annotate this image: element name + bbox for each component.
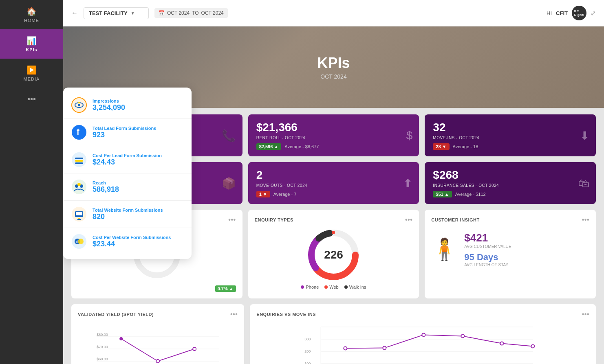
fc-lead-label: Total Lead Form Submissions xyxy=(93,126,156,131)
hi-label: HI xyxy=(547,10,552,16)
fc-website-text: Total Website Form Submissions 820 xyxy=(93,208,163,221)
fc-website-value: 820 xyxy=(93,213,163,221)
svg-point-32 xyxy=(500,342,504,345)
sidebar-item-more[interactable]: ••• xyxy=(0,88,63,110)
kpi-card-insurance: $268 INSURANCE SALES - OCT 2024 $51 ▲ Av… xyxy=(425,162,596,204)
fc-reach: Reach 586,918 xyxy=(63,173,192,201)
enquiries-vs-panel: ENQUIRIES VS MOVE INS ••• 300 200 100 0 xyxy=(250,304,596,364)
phone-dot xyxy=(301,285,304,289)
svg-point-56 xyxy=(72,180,86,194)
svg-text:$70.00: $70.00 xyxy=(97,345,108,349)
svg-text:200: 200 xyxy=(305,349,311,353)
coins-icon: $ xyxy=(71,233,88,250)
vacancy-change-badge: 0.7% ▲ xyxy=(215,285,236,292)
kpi-insurance-value: $268 xyxy=(433,169,588,182)
vacancy-dots[interactable]: ••• xyxy=(228,216,236,224)
dollar-icon: $ xyxy=(406,129,413,142)
customer-panel-header: CUSTOMER INSIGHT ••• xyxy=(431,216,589,224)
kpi-insurance-avg: Average - $112 xyxy=(455,192,486,197)
fc-reach-label: Reach xyxy=(93,180,119,185)
date-from: OCT 2024 xyxy=(167,10,190,16)
enquiry-value: 226 xyxy=(324,248,343,261)
customer-content: 🧍 $421 AVG CUSTOMER VALUE 95 Days AVG LE… xyxy=(431,228,589,270)
sidebar-item-kpis[interactable]: 📊 KPIs xyxy=(0,29,63,59)
kpis-icon: 📊 xyxy=(26,36,37,46)
enquiry-legend: Phone Web Walk Ins xyxy=(255,285,413,289)
svg-rect-62 xyxy=(76,212,82,215)
enquiries-vs-header: ENQUIRIES VS MOVE INS ••• xyxy=(256,311,589,318)
fc-cost-lead-text: Cost Per Lead Form Submission $24.43 xyxy=(93,153,162,167)
enquiry-panel-header: ENQUIRY TYPES ••• xyxy=(255,216,413,224)
date-range-badge[interactable]: 📅 OCT 2024 TO OCT 2024 xyxy=(154,8,228,18)
kpi-rentroll-badge: $2,596 ▲ xyxy=(256,143,282,150)
people-icon xyxy=(71,178,88,195)
svg-point-48 xyxy=(78,104,80,106)
svg-point-13 xyxy=(119,337,123,340)
topbar-nav: ← xyxy=(71,9,78,17)
lower-panels: VALIDATED YIELD (SPOT YIELD) ••• $80.00 … xyxy=(71,304,596,364)
fc-reach-text: Reach 586,918 xyxy=(93,180,119,194)
web-icon xyxy=(71,206,88,223)
phone-label: Phone xyxy=(306,285,319,289)
kpi-rentroll-avg: Average - $8,677 xyxy=(284,144,319,149)
legend-walkins: Walk Ins xyxy=(344,285,366,289)
sidebar-item-media[interactable]: ▶️ MEDIA xyxy=(0,59,63,88)
calendar-icon: 📅 xyxy=(159,10,165,16)
avatar-text: RRDigital xyxy=(574,9,584,17)
sidebar: 🏠 HOME 📊 KPIs ▶️ MEDIA ••• xyxy=(0,0,63,364)
svg-text:$60.00: $60.00 xyxy=(97,357,108,361)
enquiries-vs-chart: 300 200 100 0 xyxy=(256,323,589,364)
facility-selector[interactable]: TEST FACILITY ▼ xyxy=(84,7,149,19)
svg-point-29 xyxy=(383,346,386,350)
fc-impressions-label: Impressions xyxy=(93,99,125,103)
yield-dots[interactable]: ••• xyxy=(230,311,238,318)
home-icon: 🏠 xyxy=(26,7,37,16)
more-icon: ••• xyxy=(27,94,36,104)
enquiries-line-chart: 300 200 100 0 xyxy=(256,323,589,364)
enquiries-vs-dots[interactable]: ••• xyxy=(582,311,589,318)
back-arrow[interactable]: ← xyxy=(71,9,78,17)
kpi-moveins-badge: 28 ▼ xyxy=(433,143,449,150)
svg-text:100: 100 xyxy=(305,362,311,364)
customer-values: $421 AVG CUSTOMER VALUE 95 Days AVG LENG… xyxy=(464,232,511,267)
enquiry-dots[interactable]: ••• xyxy=(405,216,412,224)
avg-days-label: AVG LENGTH OF STAY xyxy=(464,263,511,267)
date-to: OCT 2024 xyxy=(201,10,224,16)
chevron-down-icon: ▼ xyxy=(131,11,135,15)
fc-cost-lead-value: $24.43 xyxy=(93,158,162,167)
kpi-insurance-badge: $51 ▲ xyxy=(433,191,452,197)
avatar[interactable]: RRDigital xyxy=(572,6,586,20)
kpi-moveins-avg: Average - 18 xyxy=(453,144,478,149)
svg-point-52 xyxy=(72,152,86,167)
facility-name: TEST FACILITY xyxy=(89,10,128,16)
media-icon: ▶️ xyxy=(26,65,37,75)
fc-impressions-value: 3,254,090 xyxy=(93,103,125,112)
legend-phone: Phone xyxy=(301,285,319,289)
enquiry-panel: ENQUIRY TYPES ••• 226 xyxy=(248,210,419,298)
yield-panel: VALIDATED YIELD (SPOT YIELD) ••• $80.00 … xyxy=(71,304,244,364)
fc-website-label: Total Website Form Submissions xyxy=(93,208,163,213)
expand-icon[interactable]: ⤢ xyxy=(591,9,596,17)
yield-title: VALIDATED YIELD (SPOT YIELD) xyxy=(78,312,154,317)
customer-title: CUSTOMER INSIGHT xyxy=(431,217,479,222)
customer-panel: CUSTOMER INSIGHT ••• 🧍 $421 AVG CUSTOMER… xyxy=(425,210,596,298)
kpi-rentroll-label: RENT ROLL - OCT 2024 xyxy=(256,136,411,140)
customer-dots[interactable]: ••• xyxy=(582,216,589,224)
bag-icon: 🛍 xyxy=(578,176,589,190)
enquiry-donut-wrap: 226 xyxy=(255,228,413,281)
sidebar-item-home[interactable]: 🏠 HOME xyxy=(0,0,63,29)
upload-icon: ⬆ xyxy=(403,176,412,190)
fc-lead-value: 923 xyxy=(93,131,156,139)
kpi-card-moveins: 32 MOVE-INS - OCT 2024 28 ▼ Average - 18… xyxy=(425,114,596,156)
fc-cost-website: $ Cost Per Website Form Submissions $23.… xyxy=(63,228,192,255)
kpi-card-rentroll: $21,366 RENT ROLL - OCT 2024 $2,596 ▲ Av… xyxy=(248,114,419,156)
svg-point-33 xyxy=(531,345,535,348)
svg-point-14 xyxy=(156,360,159,363)
fc-lead-text: Total Lead Form Submissions 923 xyxy=(93,126,156,139)
page-title: KPIs xyxy=(317,55,350,72)
svg-point-31 xyxy=(461,334,465,338)
kpi-moveins-value: 32 xyxy=(433,121,588,134)
main-content: KPIs OCT 2024 6 ENQUIRIES - OCT 2024 Ave… xyxy=(63,26,604,364)
svg-point-15 xyxy=(193,347,196,351)
sidebar-kpis-label: KPIs xyxy=(26,47,37,52)
